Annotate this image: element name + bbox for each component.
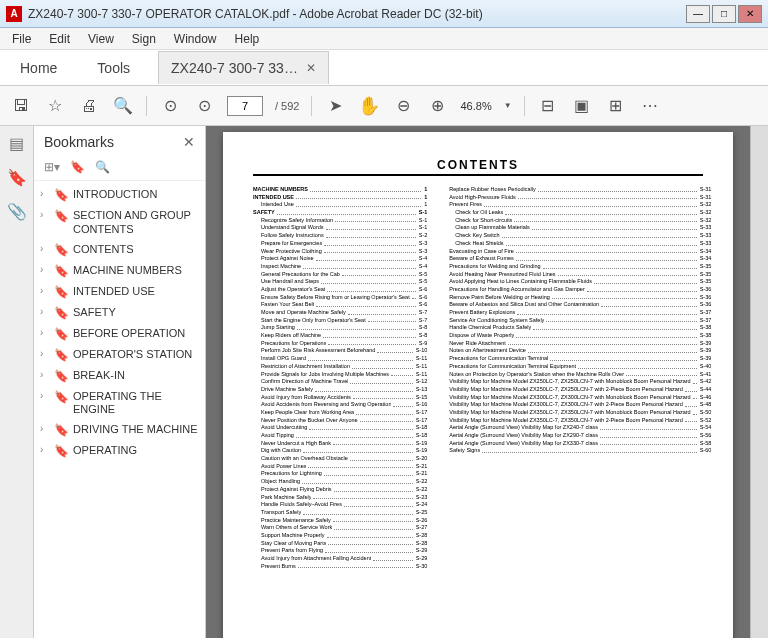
page-down-icon[interactable]: ⊙: [193, 95, 215, 117]
bookmark-icon: 🔖: [54, 306, 69, 321]
tabbar: Home Tools ZX240-7 300-7 33… ✕: [0, 50, 768, 86]
tab-close-icon[interactable]: ✕: [306, 61, 316, 75]
bookmark-icon: 🔖: [54, 188, 69, 203]
tab-tools[interactable]: Tools: [85, 52, 142, 84]
document-area[interactable]: CONTENTS MACHINE NUMBERS1INTENDED USE1In…: [206, 126, 750, 638]
bookmark-label: BREAK-IN: [73, 369, 199, 383]
tab-home[interactable]: Home: [8, 52, 69, 84]
toolbar: 🖫 ☆ 🖨 🔍 ⊙ ⊙ 7 / 592 ➤ ✋ ⊖ ⊕ 46.8% ▼ ⊟ ▣ …: [0, 86, 768, 126]
bookmark-label: SAFETY: [73, 306, 199, 320]
bookmark-item[interactable]: ›🔖OPERATING: [36, 441, 203, 462]
bookmark-find-icon[interactable]: 🔖: [70, 160, 85, 174]
print-icon[interactable]: 🖨: [78, 95, 100, 117]
chevron-right-icon: ›: [40, 390, 50, 403]
panel-close-icon[interactable]: ✕: [183, 134, 195, 150]
bookmark-item[interactable]: ›🔖CONTENTS: [36, 240, 203, 261]
bookmark-label: CONTENTS: [73, 243, 199, 257]
search-icon[interactable]: 🔍: [112, 95, 134, 117]
app-icon: A: [6, 6, 22, 22]
save-icon[interactable]: 🖫: [10, 95, 32, 117]
bookmark-search-icon[interactable]: 🔍: [95, 160, 110, 174]
fit-width-icon[interactable]: ⊟: [537, 95, 559, 117]
bookmark-item[interactable]: ›🔖OPERATING THE ENGINE: [36, 387, 203, 421]
menu-sign[interactable]: Sign: [124, 30, 164, 48]
contents-entry: Visibility Map for Machine Model ZX250LC…: [441, 386, 711, 394]
bookmarks-list: ›🔖INTRODUCTION›🔖SECTION AND GROUP CONTEN…: [34, 181, 205, 638]
bookmark-item[interactable]: ›🔖INTRODUCTION: [36, 185, 203, 206]
bookmark-item[interactable]: ›🔖INTENDED USE: [36, 282, 203, 303]
read-mode-icon[interactable]: ⊞: [605, 95, 627, 117]
contents-entry: Safety SignsS-60: [441, 447, 711, 455]
fit-page-icon[interactable]: ▣: [571, 95, 593, 117]
bookmark-icon: 🔖: [54, 264, 69, 279]
bookmark-icon: 🔖: [54, 444, 69, 459]
bookmark-icon: 🔖: [54, 327, 69, 342]
zoom-in-icon[interactable]: ⊕: [426, 95, 448, 117]
bookmark-icon: 🔖: [54, 243, 69, 258]
window-title: ZX240-7 300-7 330-7 OPERATOR CATALOK.pdf…: [28, 7, 483, 21]
contents-entry: Notes on Protection by Operator's Statio…: [441, 371, 711, 379]
attachments-icon[interactable]: 📎: [7, 202, 27, 222]
zoom-out-icon[interactable]: ⊖: [392, 95, 414, 117]
left-rail: ▤ 🔖 📎: [0, 126, 34, 638]
zoom-level[interactable]: 46.8%: [460, 100, 491, 112]
separator: [524, 96, 525, 116]
separator: [146, 96, 147, 116]
chevron-right-icon: ›: [40, 444, 50, 457]
bookmark-item[interactable]: ›🔖BEFORE OPERATION: [36, 324, 203, 345]
bookmark-label: INTRODUCTION: [73, 188, 199, 202]
pdf-page: CONTENTS MACHINE NUMBERS1INTENDED USE1In…: [223, 132, 733, 638]
bookmark-label: SECTION AND GROUP CONTENTS: [73, 209, 199, 237]
chevron-right-icon: ›: [40, 348, 50, 361]
bookmark-icon: 🔖: [54, 285, 69, 300]
bookmark-label: BEFORE OPERATION: [73, 327, 199, 341]
minimize-button[interactable]: —: [686, 5, 710, 23]
bookmark-icon: 🔖: [54, 209, 69, 224]
page-up-icon[interactable]: ⊙: [159, 95, 181, 117]
contents-entry: Prevent BurnsS-30: [253, 563, 427, 571]
star-icon[interactable]: ☆: [44, 95, 66, 117]
bookmark-item[interactable]: ›🔖OPERATOR'S STATION: [36, 345, 203, 366]
bookmark-icon: 🔖: [54, 369, 69, 384]
bookmark-item[interactable]: ›🔖DRIVING THE MACHINE: [36, 420, 203, 441]
bookmarks-icon[interactable]: 🔖: [7, 168, 27, 188]
chevron-right-icon: ›: [40, 423, 50, 436]
bookmark-label: DRIVING THE MACHINE: [73, 423, 199, 437]
contents-entry: Visibility Map for Machine Model ZX300LC…: [441, 401, 711, 409]
close-button[interactable]: ✕: [738, 5, 762, 23]
bookmark-icon: 🔖: [54, 348, 69, 363]
contents-entry: Visibility Map for Machine Model ZX250LC…: [441, 378, 711, 386]
chevron-right-icon: ›: [40, 188, 50, 201]
chevron-right-icon: ›: [40, 369, 50, 382]
right-rail[interactable]: [750, 126, 768, 638]
page-number-input[interactable]: 7: [227, 96, 263, 116]
bookmark-options-icon[interactable]: ⊞▾: [44, 160, 60, 174]
select-icon[interactable]: ➤: [324, 95, 346, 117]
menu-window[interactable]: Window: [166, 30, 225, 48]
share-icon[interactable]: ⋯: [639, 95, 661, 117]
bookmark-icon: 🔖: [54, 423, 69, 438]
contents-entry: Visibility Map for Machine Model ZX350LC…: [441, 409, 711, 417]
bookmark-item[interactable]: ›🔖MACHINE NUMBERS: [36, 261, 203, 282]
bookmark-item[interactable]: ›🔖SAFETY: [36, 303, 203, 324]
titlebar: A ZX240-7 300-7 330-7 OPERATOR CATALOK.p…: [0, 0, 768, 28]
menu-edit[interactable]: Edit: [41, 30, 78, 48]
thumbnails-icon[interactable]: ▤: [7, 134, 27, 154]
bookmark-icon: 🔖: [54, 390, 69, 405]
zoom-dropdown-icon[interactable]: ▼: [504, 101, 512, 110]
page-total: / 592: [275, 100, 299, 112]
bookmark-label: MACHINE NUMBERS: [73, 264, 199, 278]
tab-document[interactable]: ZX240-7 300-7 33… ✕: [158, 51, 329, 84]
menu-help[interactable]: Help: [227, 30, 268, 48]
menu-view[interactable]: View: [80, 30, 122, 48]
contents-entry: Visibility Map for Machine Model ZX300LC…: [441, 394, 711, 402]
hand-icon[interactable]: ✋: [358, 95, 380, 117]
maximize-button[interactable]: □: [712, 5, 736, 23]
separator: [311, 96, 312, 116]
menu-file[interactable]: File: [4, 30, 39, 48]
bookmark-label: OPERATING THE ENGINE: [73, 390, 199, 418]
bookmark-item[interactable]: ›🔖BREAK-IN: [36, 366, 203, 387]
bookmark-item[interactable]: ›🔖SECTION AND GROUP CONTENTS: [36, 206, 203, 240]
page-heading: CONTENTS: [253, 158, 703, 176]
contents-entry: Adjust the Operator's SeatS-6: [253, 286, 427, 294]
